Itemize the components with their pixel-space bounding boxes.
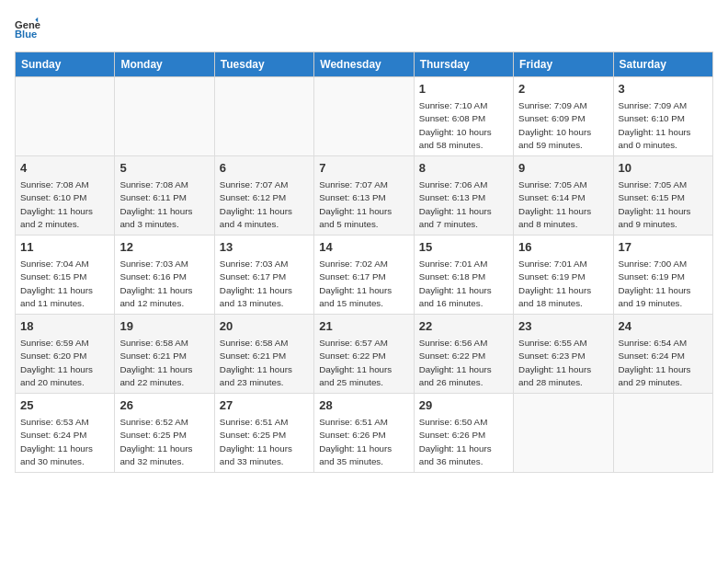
day-number: 20	[220, 318, 309, 335]
calendar-cell: 10Sunrise: 7:05 AM Sunset: 6:15 PM Dayli…	[613, 156, 712, 236]
calendar-cell: 18Sunrise: 6:59 AM Sunset: 6:20 PM Dayli…	[16, 315, 115, 394]
day-number: 11	[20, 239, 109, 256]
calendar-cell: 17Sunrise: 7:00 AM Sunset: 6:19 PM Dayli…	[613, 236, 712, 315]
day-number: 12	[119, 239, 209, 256]
day-info: Sunrise: 7:03 AM Sunset: 6:17 PM Dayligh…	[220, 258, 309, 310]
calendar-cell: 1Sunrise: 7:10 AM Sunset: 6:08 PM Daylig…	[414, 77, 513, 156]
day-info: Sunrise: 7:09 AM Sunset: 6:10 PM Dayligh…	[619, 99, 708, 152]
day-info: Sunrise: 7:02 AM Sunset: 6:17 PM Dayligh…	[319, 258, 408, 310]
logo-icon: General Blue	[15, 15, 40, 40]
day-number: 29	[419, 397, 508, 414]
day-info: Sunrise: 6:59 AM Sunset: 6:20 PM Dayligh…	[20, 337, 109, 389]
day-info: Sunrise: 7:03 AM Sunset: 6:16 PM Dayligh…	[119, 258, 209, 310]
day-number: 17	[619, 239, 708, 256]
day-number: 19	[119, 318, 209, 335]
calendar-cell: 23Sunrise: 6:55 AM Sunset: 6:23 PM Dayli…	[514, 315, 613, 394]
day-info: Sunrise: 6:58 AM Sunset: 6:21 PM Dayligh…	[220, 337, 309, 389]
day-info: Sunrise: 7:07 AM Sunset: 6:12 PM Dayligh…	[220, 178, 309, 231]
calendar-cell: 6Sunrise: 7:07 AM Sunset: 6:12 PM Daylig…	[214, 156, 313, 236]
calendar-cell: 26Sunrise: 6:52 AM Sunset: 6:25 PM Dayli…	[115, 394, 214, 473]
day-info: Sunrise: 6:53 AM Sunset: 6:24 PM Dayligh…	[20, 416, 109, 468]
calendar-table: SundayMondayTuesdayWednesdayThursdayFrid…	[15, 52, 713, 473]
day-info: Sunrise: 6:51 AM Sunset: 6:25 PM Dayligh…	[220, 416, 309, 468]
day-number: 4	[20, 160, 109, 177]
calendar-cell	[514, 394, 613, 473]
day-number: 5	[119, 160, 209, 177]
day-number: 27	[220, 397, 309, 414]
calendar-cell: 29Sunrise: 6:50 AM Sunset: 6:26 PM Dayli…	[414, 394, 513, 473]
calendar-cell	[16, 77, 115, 156]
day-number: 8	[419, 160, 508, 177]
day-info: Sunrise: 6:50 AM Sunset: 6:26 PM Dayligh…	[419, 416, 508, 468]
day-number: 22	[419, 318, 508, 335]
calendar-cell: 16Sunrise: 7:01 AM Sunset: 6:19 PM Dayli…	[514, 236, 613, 315]
calendar-cell: 11Sunrise: 7:04 AM Sunset: 6:15 PM Dayli…	[16, 236, 115, 315]
day-number: 16	[518, 239, 608, 256]
day-number: 28	[319, 397, 408, 414]
day-header-tuesday: Tuesday	[214, 52, 313, 77]
day-header-thursday: Thursday	[414, 52, 513, 77]
day-info: Sunrise: 6:56 AM Sunset: 6:22 PM Dayligh…	[419, 337, 508, 389]
calendar-cell: 15Sunrise: 7:01 AM Sunset: 6:18 PM Dayli…	[414, 236, 513, 315]
day-header-monday: Monday	[115, 52, 214, 77]
calendar-cell	[214, 77, 313, 156]
calendar-cell: 9Sunrise: 7:05 AM Sunset: 6:14 PM Daylig…	[514, 156, 613, 236]
calendar-cell: 20Sunrise: 6:58 AM Sunset: 6:21 PM Dayli…	[214, 315, 313, 394]
calendar-cell: 8Sunrise: 7:06 AM Sunset: 6:13 PM Daylig…	[414, 156, 513, 236]
day-info: Sunrise: 6:51 AM Sunset: 6:26 PM Dayligh…	[319, 416, 408, 468]
calendar-week-5: 25Sunrise: 6:53 AM Sunset: 6:24 PM Dayli…	[16, 394, 713, 473]
day-number: 15	[419, 239, 508, 256]
day-info: Sunrise: 6:55 AM Sunset: 6:23 PM Dayligh…	[518, 337, 608, 389]
calendar-cell	[115, 77, 214, 156]
day-number: 6	[220, 160, 309, 177]
day-number: 1	[419, 81, 508, 98]
calendar-week-3: 11Sunrise: 7:04 AM Sunset: 6:15 PM Dayli…	[16, 236, 713, 315]
day-info: Sunrise: 6:58 AM Sunset: 6:21 PM Dayligh…	[119, 337, 209, 389]
calendar-cell: 5Sunrise: 7:08 AM Sunset: 6:11 PM Daylig…	[115, 156, 214, 236]
day-number: 2	[518, 81, 608, 98]
day-info: Sunrise: 7:04 AM Sunset: 6:15 PM Dayligh…	[20, 258, 109, 310]
page-header: General Blue	[15, 15, 713, 40]
day-info: Sunrise: 7:05 AM Sunset: 6:14 PM Dayligh…	[518, 178, 608, 231]
day-info: Sunrise: 7:10 AM Sunset: 6:08 PM Dayligh…	[419, 99, 508, 152]
day-header-friday: Friday	[514, 52, 613, 77]
calendar-week-2: 4Sunrise: 7:08 AM Sunset: 6:10 PM Daylig…	[16, 156, 713, 236]
day-info: Sunrise: 6:54 AM Sunset: 6:24 PM Dayligh…	[619, 337, 708, 389]
day-header-saturday: Saturday	[613, 52, 712, 77]
calendar-cell: 19Sunrise: 6:58 AM Sunset: 6:21 PM Dayli…	[115, 315, 214, 394]
day-info: Sunrise: 7:00 AM Sunset: 6:19 PM Dayligh…	[619, 258, 708, 310]
day-info: Sunrise: 7:01 AM Sunset: 6:19 PM Dayligh…	[518, 258, 608, 310]
calendar-cell: 21Sunrise: 6:57 AM Sunset: 6:22 PM Dayli…	[314, 315, 414, 394]
calendar-cell: 13Sunrise: 7:03 AM Sunset: 6:17 PM Dayli…	[214, 236, 313, 315]
day-info: Sunrise: 7:09 AM Sunset: 6:09 PM Dayligh…	[518, 99, 608, 152]
calendar-cell: 24Sunrise: 6:54 AM Sunset: 6:24 PM Dayli…	[613, 315, 712, 394]
day-number: 7	[319, 160, 408, 177]
calendar-cell: 12Sunrise: 7:03 AM Sunset: 6:16 PM Dayli…	[115, 236, 214, 315]
day-info: Sunrise: 7:01 AM Sunset: 6:18 PM Dayligh…	[419, 258, 508, 310]
calendar-cell: 22Sunrise: 6:56 AM Sunset: 6:22 PM Dayli…	[414, 315, 513, 394]
calendar-cell: 7Sunrise: 7:07 AM Sunset: 6:13 PM Daylig…	[314, 156, 414, 236]
calendar-week-1: 1Sunrise: 7:10 AM Sunset: 6:08 PM Daylig…	[16, 77, 713, 156]
day-number: 10	[619, 160, 708, 177]
day-info: Sunrise: 7:08 AM Sunset: 6:11 PM Dayligh…	[119, 178, 209, 231]
logo: General Blue	[15, 15, 44, 40]
day-number: 25	[20, 397, 109, 414]
day-number: 3	[619, 81, 708, 98]
day-header-sunday: Sunday	[16, 52, 115, 77]
day-header-wednesday: Wednesday	[314, 52, 414, 77]
calendar-week-4: 18Sunrise: 6:59 AM Sunset: 6:20 PM Dayli…	[16, 315, 713, 394]
calendar-cell: 14Sunrise: 7:02 AM Sunset: 6:17 PM Dayli…	[314, 236, 414, 315]
calendar-cell: 28Sunrise: 6:51 AM Sunset: 6:26 PM Dayli…	[314, 394, 414, 473]
day-number: 13	[220, 239, 309, 256]
calendar-cell	[314, 77, 414, 156]
day-number: 18	[20, 318, 109, 335]
day-number: 26	[119, 397, 209, 414]
day-number: 9	[518, 160, 608, 177]
calendar-cell	[613, 394, 712, 473]
day-number: 21	[319, 318, 408, 335]
calendar-cell: 27Sunrise: 6:51 AM Sunset: 6:25 PM Dayli…	[214, 394, 313, 473]
day-number: 23	[518, 318, 608, 335]
calendar-cell: 2Sunrise: 7:09 AM Sunset: 6:09 PM Daylig…	[514, 77, 613, 156]
day-info: Sunrise: 7:07 AM Sunset: 6:13 PM Dayligh…	[319, 178, 408, 231]
day-number: 14	[319, 239, 408, 256]
